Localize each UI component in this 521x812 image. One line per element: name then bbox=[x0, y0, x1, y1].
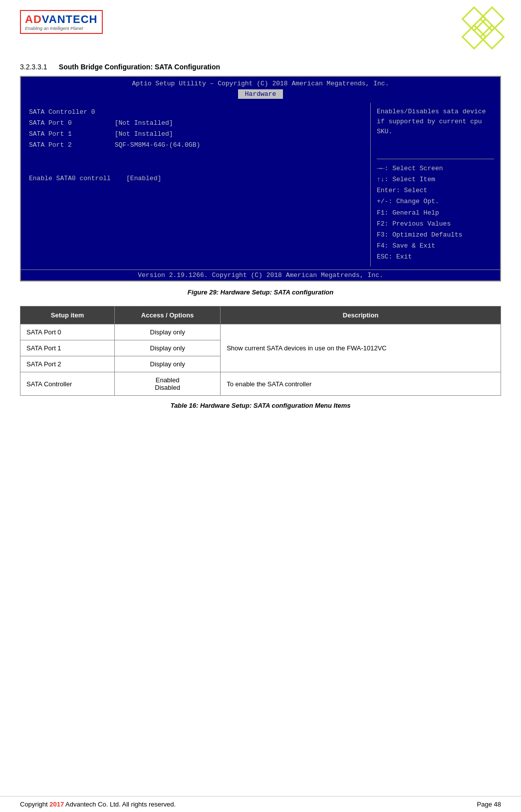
section-number: 3.2.3.3.1 bbox=[20, 63, 47, 71]
bios-keys: →←: Select Screen ↑↓: Select Item Enter:… bbox=[377, 163, 494, 263]
key-enter: Enter: Select bbox=[377, 185, 494, 196]
col-header-setup-item: Setup item bbox=[20, 306, 115, 324]
bios-line-5: Enable SATA0 controll [Enabled] bbox=[29, 173, 362, 184]
table-row: SATA Port 0 Display only Show current SA… bbox=[20, 324, 501, 340]
config-table: Setup item Access / Options Description … bbox=[20, 306, 501, 396]
key-f3: F3: Optimized Defaults bbox=[377, 230, 494, 241]
bios-footer-text: Version 2.19.1266. Copyright (C) 2018 Am… bbox=[138, 271, 383, 279]
table-caption: Table 16: Hardware Setup: SATA configura… bbox=[20, 402, 501, 409]
bios-body: SATA Controller 0 SATA Port 0 [Not Insta… bbox=[21, 100, 500, 270]
bios-header-title: Aptio Setup Utility – Copyright (C) 2018… bbox=[21, 79, 500, 88]
bios-divider bbox=[377, 159, 494, 159]
cell-options: Display only bbox=[115, 356, 221, 372]
bios-left-panel: SATA Controller 0 SATA Port 0 [Not Insta… bbox=[21, 103, 370, 267]
page-header: ADVANTECH Enabling an Intelligent Planet bbox=[20, 10, 501, 55]
table-row: SATA Controller EnabledDisabled To enabl… bbox=[20, 372, 501, 396]
copyright-year: 2017 bbox=[49, 801, 64, 808]
footer-copyright: Copyright 2017 Advantech Co. Ltd. All ri… bbox=[20, 801, 176, 808]
key-f1: F1: General Help bbox=[377, 208, 494, 219]
bios-help-text: Enables/Disables sata device if supporte… bbox=[377, 107, 494, 155]
page-footer: Copyright 2017 Advantech Co. Ltd. All ri… bbox=[0, 796, 521, 812]
copyright-suffix: Advantech Co. Ltd. All rights reserved. bbox=[64, 801, 176, 808]
page-number: Page 48 bbox=[477, 801, 501, 808]
col-header-access: Access / Options bbox=[115, 306, 221, 324]
key-f4: F4: Save & Exit bbox=[377, 241, 494, 252]
bios-active-tab: Hardware bbox=[238, 89, 283, 99]
bios-line-1: SATA Controller 0 bbox=[29, 107, 362, 118]
bios-header: Aptio Setup Utility – Copyright (C) 2018… bbox=[21, 77, 500, 99]
bios-screen: Aptio Setup Utility – Copyright (C) 2018… bbox=[20, 76, 501, 281]
col-header-description: Description bbox=[221, 306, 501, 324]
cell-desc: Show current SATA devices in use on the … bbox=[221, 324, 501, 372]
bios-line-2: SATA Port 0 [Not Installed] bbox=[29, 118, 362, 129]
cell-desc: To enable the SATA controller bbox=[221, 372, 501, 396]
cell-options: Display only bbox=[115, 324, 221, 340]
logo-text: ADVANTECH bbox=[25, 13, 98, 26]
section-heading: 3.2.3.3.1 South Bridge Configuration: SA… bbox=[20, 63, 501, 71]
bios-tab-bar: Hardware bbox=[21, 89, 500, 99]
key-select-screen: →←: Select Screen bbox=[377, 163, 494, 174]
key-f2: F2: Previous Values bbox=[377, 219, 494, 230]
key-select-item: ↑↓: Select Item bbox=[377, 174, 494, 185]
cell-options: Display only bbox=[115, 340, 221, 356]
table-header-row: Setup item Access / Options Description bbox=[20, 306, 501, 324]
cell-item: SATA Port 0 bbox=[20, 324, 115, 340]
bios-footer: Version 2.19.1266. Copyright (C) 2018 Am… bbox=[21, 270, 500, 280]
logo-tagline: Enabling an Intelligent Planet bbox=[25, 26, 83, 31]
key-esc: ESC: Exit bbox=[377, 252, 494, 263]
cell-item: SATA Port 2 bbox=[20, 356, 115, 372]
bios-right-panel: Enables/Disables sata device if supporte… bbox=[370, 103, 500, 267]
cell-item: SATA Controller bbox=[20, 372, 115, 396]
key-change-opt: +/-: Change Opt. bbox=[377, 196, 494, 207]
logo: ADVANTECH Enabling an Intelligent Planet bbox=[20, 10, 103, 34]
section-title: South Bridge Configuration: SATA Configu… bbox=[59, 63, 220, 71]
bios-line-4: SATA Port 2 SQF-SM8M4-64G-(64.0GB) bbox=[29, 140, 362, 151]
bios-line-3: SATA Port 1 [Not Installed] bbox=[29, 129, 362, 140]
figure-caption: Figure 29: Hardware Setup: SATA configur… bbox=[20, 288, 501, 296]
diamonds-decoration bbox=[441, 10, 501, 55]
copyright-prefix: Copyright bbox=[20, 801, 49, 808]
cell-options: EnabledDisabled bbox=[115, 372, 221, 396]
cell-item: SATA Port 1 bbox=[20, 340, 115, 356]
